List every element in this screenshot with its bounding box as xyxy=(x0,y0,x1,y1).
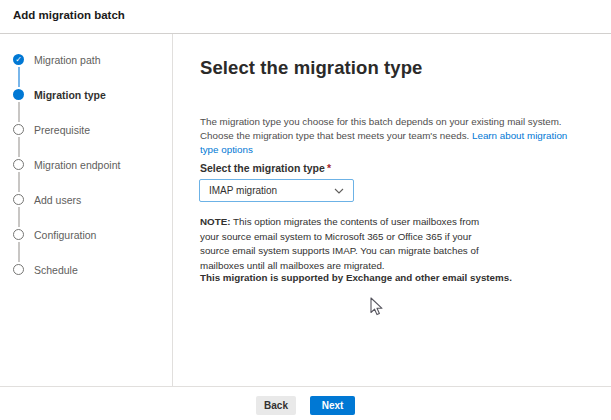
step-migration-endpoint: Migration endpoint xyxy=(13,147,171,182)
supported-systems-text: This migration is supported by Exchange … xyxy=(200,272,530,283)
dropdown-selected-value: IMAP migration xyxy=(209,185,277,196)
note-label: NOTE: xyxy=(200,216,230,227)
step-current-dot-icon xyxy=(13,89,24,100)
note-text: NOTE: This option migrates the contents … xyxy=(200,215,499,273)
step-upcoming-dot-icon xyxy=(13,264,24,275)
step-label: Schedule xyxy=(34,264,78,276)
migration-type-dropdown[interactable]: IMAP migration xyxy=(199,179,354,202)
step-label: Prerequisite xyxy=(34,124,90,136)
step-migration-type: Migration type xyxy=(13,77,171,112)
next-button[interactable]: Next xyxy=(310,396,355,415)
header-divider xyxy=(0,33,611,34)
step-label: Add users xyxy=(34,194,81,206)
back-button[interactable]: Back xyxy=(256,396,296,415)
page-title: Add migration batch xyxy=(13,9,125,21)
step-label: Migration type xyxy=(34,89,106,101)
chevron-down-icon xyxy=(334,188,344,194)
required-marker: * xyxy=(327,162,331,174)
page-heading: Select the migration type xyxy=(200,57,423,79)
description-text: The migration type you choose for this b… xyxy=(200,115,582,157)
add-migration-batch-panel: Add migration batch ✓ Migration path Mig… xyxy=(0,0,611,420)
step-label: Migration endpoint xyxy=(34,159,120,171)
wizard-stepper: ✓ Migration path Migration type Prerequi… xyxy=(13,42,171,287)
step-prerequisite: Prerequisite xyxy=(13,112,171,147)
step-configuration: Configuration xyxy=(13,217,171,252)
note-body: This option migrates the contents of use… xyxy=(200,216,479,271)
step-completed-check-icon: ✓ xyxy=(13,54,24,65)
step-upcoming-dot-icon xyxy=(13,124,24,135)
step-upcoming-dot-icon xyxy=(13,229,24,240)
step-migration-path: ✓ Migration path xyxy=(13,42,171,77)
field-label-text: Select the migration type xyxy=(200,162,325,174)
step-add-users: Add users xyxy=(13,182,171,217)
mouse-cursor-icon xyxy=(370,297,383,316)
step-upcoming-dot-icon xyxy=(13,159,24,170)
sidebar-divider xyxy=(172,34,173,386)
step-schedule: Schedule xyxy=(13,252,171,287)
step-upcoming-dot-icon xyxy=(13,194,24,205)
footer-divider xyxy=(0,386,611,387)
step-label: Configuration xyxy=(34,229,96,241)
step-label: Migration path xyxy=(34,54,101,66)
migration-type-field-label: Select the migration type* xyxy=(200,162,331,174)
